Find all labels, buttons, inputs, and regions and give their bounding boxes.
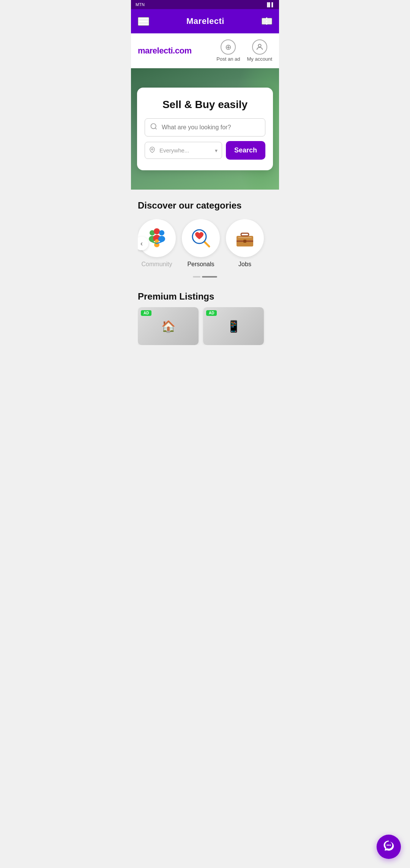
svg-point-0 <box>258 44 261 47</box>
location-dropdown[interactable]: Everywhe... Nearby My City <box>145 142 222 159</box>
plus-circle-icon: ⊕ <box>221 39 236 55</box>
personals-icon-circle <box>182 219 220 257</box>
status-bar: MTN ▐▌▌ <box>131 0 279 9</box>
search-button[interactable]: Search <box>226 141 265 160</box>
premium-badge-1: AD <box>141 310 151 316</box>
svg-point-8 <box>159 230 164 235</box>
hero-title: Sell & Buy easily <box>145 98 265 111</box>
carrier-label: MTN <box>136 2 145 7</box>
hero-section: Sell & Buy easily Everywhe <box>131 68 279 190</box>
header-actions: ⊕ Post an ad My account <box>216 39 272 62</box>
search-icon <box>150 123 158 132</box>
scroll-dot-1 <box>193 276 200 278</box>
logo: marelecti.com <box>138 46 191 56</box>
svg-rect-17 <box>241 233 249 236</box>
nav-title: Marelecti <box>186 16 224 26</box>
location-icon <box>149 147 155 154</box>
personals-label: Personals <box>187 261 214 268</box>
svg-line-12 <box>204 241 209 246</box>
svg-point-6 <box>154 228 160 234</box>
hamburger-line <box>139 18 148 19</box>
jobs-icon-circle <box>226 219 264 257</box>
hamburger-line <box>139 21 148 22</box>
signal-icon: ▐▌▌ <box>266 2 274 7</box>
svg-rect-19 <box>238 237 252 238</box>
header-section: marelecti.com ⊕ Post an ad My account <box>131 33 279 68</box>
scroll-indicator <box>138 276 272 278</box>
svg-point-3 <box>151 148 153 150</box>
premium-card-img-2: AD 📱 <box>203 307 264 345</box>
categories-container: ‹ <box>138 219 272 271</box>
user-circle-icon <box>252 39 267 55</box>
community-label: Community <box>142 261 172 268</box>
my-account-label: My account <box>247 56 272 62</box>
more-options-button[interactable]: ⋮ <box>262 18 272 24</box>
scroll-dot-2 <box>202 276 217 278</box>
location-select-wrapper: Everywhe... Nearby My City ▾ <box>145 142 222 159</box>
post-ad-label: Post an ad <box>216 56 240 62</box>
nav-bar: Marelecti ⋮ <box>131 9 279 33</box>
search-input[interactable] <box>145 118 265 137</box>
categories-section: Discover our categories ‹ <box>131 190 279 284</box>
categories-title: Discover our categories <box>138 200 272 211</box>
svg-point-9 <box>158 236 165 242</box>
svg-rect-18 <box>243 240 246 243</box>
category-item-jobs[interactable]: Jobs <box>226 219 264 268</box>
categories-scroll: ‹ <box>138 219 272 271</box>
premium-card-2[interactable]: AD 📱 <box>203 307 264 345</box>
premium-cards-row: AD 🏠 AD 📱 <box>138 307 272 345</box>
premium-card-img-1: AD 🏠 <box>138 307 199 345</box>
hamburger-line <box>139 24 148 25</box>
svg-point-1 <box>151 124 156 129</box>
premium-card-1[interactable]: AD 🏠 <box>138 307 199 345</box>
category-item-personals[interactable]: Personals <box>182 219 220 268</box>
post-ad-button[interactable]: ⊕ Post an ad <box>216 39 240 62</box>
svg-line-2 <box>155 128 157 130</box>
search-input-wrapper <box>145 118 265 137</box>
jobs-label: Jobs <box>238 261 251 268</box>
premium-listings-title: Premium Listings <box>138 291 272 302</box>
search-bottom-row: Everywhe... Nearby My City ▾ Search <box>145 141 265 160</box>
hamburger-menu-button[interactable] <box>138 17 149 26</box>
premium-listings-section: Premium Listings AD 🏠 AD 📱 <box>131 284 279 351</box>
category-item-community[interactable]: ‹ <box>138 219 176 268</box>
search-card: Sell & Buy easily Everywhe <box>137 88 273 171</box>
premium-badge-2: AD <box>206 310 217 316</box>
my-account-button[interactable]: My account <box>247 39 272 62</box>
